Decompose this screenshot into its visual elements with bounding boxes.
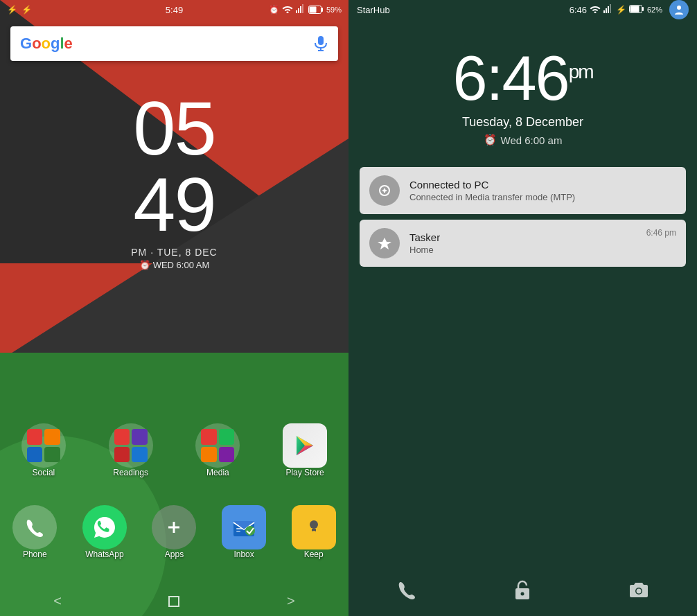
phone-label: Phone <box>23 549 47 559</box>
recents-button[interactable]: > <box>287 593 295 609</box>
media-mini-4 <box>219 447 235 463</box>
app-social-folder[interactable]: Social <box>12 423 75 477</box>
lock-time-value: 6:46 <box>452 44 568 113</box>
search-bar[interactable]: Google <box>10 26 338 61</box>
inbox-icon <box>222 505 266 549</box>
lock-unlock-button[interactable] <box>513 579 532 605</box>
play-store-label: Play Store <box>285 468 324 477</box>
home-screen: ⚡ ⚡ 5:49 ⏰ <box>0 0 348 616</box>
lock-camera-button[interactable] <box>628 581 649 603</box>
user-avatar <box>669 0 689 19</box>
readings-mini-2 <box>132 429 148 445</box>
lock-wifi-icon <box>590 4 601 15</box>
readings-label: Readings <box>113 468 148 477</box>
lock-alarm-text: Wed 6:00 am <box>501 134 563 146</box>
app-whatsapp[interactable]: WhatsApp <box>73 505 136 559</box>
app-inbox[interactable]: Inbox <box>213 505 275 559</box>
svg-point-0 <box>286 12 288 14</box>
media-folder-icon <box>195 423 240 468</box>
svg-rect-28 <box>630 6 639 12</box>
apps-icon <box>152 505 196 549</box>
right-status-icons: 6:46 ⚡ <box>570 0 689 19</box>
mic-icon[interactable] <box>313 36 328 51</box>
svg-rect-25 <box>610 4 611 13</box>
media-mini-2 <box>219 429 235 445</box>
app-play-store[interactable]: Play Store <box>274 423 336 477</box>
lock-status-time: 6:46 <box>570 5 587 15</box>
svg-point-18 <box>310 520 318 529</box>
svg-rect-4 <box>302 4 303 13</box>
app-apps[interactable]: Apps <box>143 505 205 559</box>
battery-percent: 59% <box>326 6 342 14</box>
notif-tasker-body: Tasker Home <box>409 231 637 255</box>
svg-rect-8 <box>318 36 324 45</box>
keep-icon <box>292 505 336 549</box>
app-phone[interactable]: Phone <box>3 505 66 559</box>
status-icons-right: ⏰ <box>269 4 342 15</box>
whatsapp-label: WhatsApp <box>85 549 123 559</box>
media-mini-1 <box>201 429 217 445</box>
notif-tasker[interactable]: Tasker Home 6:46 pm <box>360 220 686 267</box>
social-mini-3 <box>27 447 43 463</box>
phone-icon <box>12 505 57 549</box>
status-bar-left: ⚡ ⚡ 5:49 ⏰ <box>0 0 348 19</box>
google-logo: Google <box>20 35 73 53</box>
svg-rect-3 <box>300 6 301 13</box>
clock-widget: 05 49 PM · TUE, 8 DEC ⏰ WED 6:00 AM <box>0 90 348 270</box>
notif-tasker-icon <box>369 228 400 258</box>
app-row-2: Phone WhatsApp Apps <box>0 505 348 559</box>
clock-alarm: ⏰ WED 6:00 AM <box>0 260 348 270</box>
app-keep[interactable]: Keep <box>283 505 345 559</box>
lock-clock: 6:46pm Tuesday, 8 December ⏰ Wed 6:00 am <box>348 19 697 146</box>
wifi-icon <box>282 4 293 15</box>
lock-battery-pct: 62% <box>647 6 662 14</box>
notif-tasker-title: Tasker <box>409 231 637 243</box>
alarm-icon-widget: ⏰ <box>139 260 150 270</box>
bottom-nav: < > <box>0 593 348 609</box>
svg-point-21 <box>594 12 596 14</box>
status-bar-right: StarHub 6:46 ⚡ <box>348 0 697 19</box>
readings-folder-icon <box>109 423 153 468</box>
lock-screen: StarHub 6:46 ⚡ <box>348 0 697 616</box>
flash-icon: ⚡ <box>21 5 32 15</box>
lock-bottom-actions <box>348 579 697 605</box>
readings-mini-1 <box>114 429 130 445</box>
lock-phone-button[interactable] <box>397 580 416 604</box>
status-time-left: 5:49 <box>166 5 183 15</box>
social-mini-1 <box>27 429 43 445</box>
lock-alarm: ⏰ Wed 6:00 am <box>348 134 697 146</box>
notif-connected-to-pc[interactable]: Connected to PC Connected in Media trans… <box>360 167 686 214</box>
svg-rect-6 <box>321 8 323 12</box>
svg-point-34 <box>520 592 524 596</box>
svg-rect-24 <box>608 6 609 13</box>
svg-rect-22 <box>603 10 605 13</box>
lock-battery-icon <box>629 5 644 15</box>
lock-am-pm: pm <box>569 61 593 82</box>
app-row-1: Social Readings Media <box>0 423 348 477</box>
app-media-folder[interactable]: Media <box>186 423 249 477</box>
social-label: Social <box>33 468 55 477</box>
media-mini-3 <box>201 447 217 463</box>
play-store-icon <box>283 423 327 468</box>
lock-date: Tuesday, 8 December <box>348 115 697 130</box>
readings-mini-4 <box>132 447 148 463</box>
notif-pc-body: Connected to PC Connected in Media trans… <box>409 179 676 202</box>
notifications-list: Connected to PC Connected in Media trans… <box>360 167 686 267</box>
notif-tasker-sub: Home <box>409 245 637 255</box>
svg-point-29 <box>677 6 681 10</box>
notif-pc-title: Connected to PC <box>409 179 676 191</box>
signal-icon <box>296 4 306 15</box>
keep-label: Keep <box>304 549 324 559</box>
carrier-name: StarHub <box>357 5 390 15</box>
back-button[interactable]: < <box>53 593 62 609</box>
clock-minute: 49 <box>0 166 348 243</box>
clock-date: PM · TUE, 8 DEC <box>0 247 348 258</box>
battery-icon <box>308 6 324 14</box>
svg-point-36 <box>636 589 641 594</box>
app-readings-folder[interactable]: Readings <box>100 423 162 477</box>
svg-rect-14 <box>236 528 243 529</box>
whatsapp-icon <box>82 505 127 549</box>
usb-icon: ⚡ <box>7 5 17 15</box>
social-folder-icon <box>21 423 66 468</box>
home-button[interactable] <box>168 596 179 607</box>
